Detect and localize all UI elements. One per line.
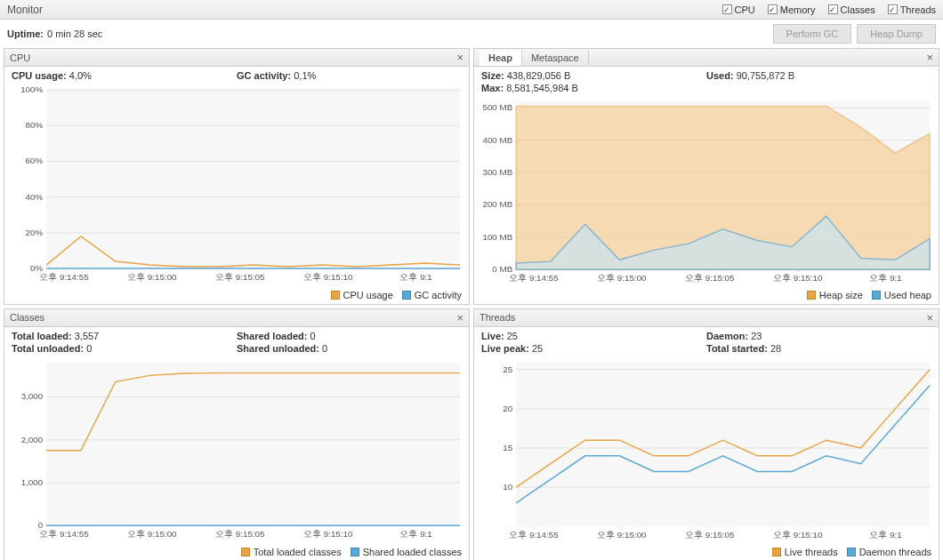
svg-text:오후 9:14:55: 오후 9:14:55 bbox=[39, 272, 89, 282]
cpu-panel-title: CPU bbox=[10, 52, 30, 63]
svg-text:40%: 40% bbox=[26, 192, 44, 202]
svg-text:오후 9:15:05: 오후 9:15:05 bbox=[215, 529, 265, 539]
svg-text:오후 9:15:10: 오후 9:15:10 bbox=[303, 272, 353, 282]
svg-text:80%: 80% bbox=[26, 120, 44, 130]
monitor-title: Monitor bbox=[7, 4, 43, 16]
swatch-blue-icon bbox=[872, 291, 881, 300]
heap-panel: Heap Metaspace × Size: 438,829,056 B Use… bbox=[473, 48, 939, 305]
svg-text:오후 9:15:10: 오후 9:15:10 bbox=[773, 530, 823, 540]
threads-panel-title: Threads bbox=[480, 312, 515, 323]
cpu-panel: CPU × CPU usage: 4,0% GC activity: 0,1% … bbox=[4, 48, 470, 305]
svg-text:100%: 100% bbox=[20, 84, 43, 94]
heap-panel-header: Heap Metaspace × bbox=[474, 49, 939, 67]
threads-chart: 10152025오후 9:14:55오후 9:15:00오후 9:15:05오후… bbox=[474, 356, 939, 545]
svg-text:20%: 20% bbox=[26, 228, 44, 237]
threads-stats: Live: 25 Daemon: 23 Live peak: 25 Total … bbox=[474, 327, 939, 356]
svg-text:300 MB: 300 MB bbox=[482, 167, 512, 177]
perform-gc-button[interactable]: Perform GC bbox=[773, 24, 852, 44]
svg-text:25: 25 bbox=[503, 364, 512, 374]
swatch-orange-icon bbox=[241, 548, 250, 556]
classes-legend: Total loaded classes Shared loaded class… bbox=[4, 545, 469, 560]
threads-panel-header: Threads × bbox=[474, 309, 939, 327]
svg-text:오후 9:15:10: 오후 9:15:10 bbox=[303, 529, 353, 539]
cpu-stats: CPU usage: 4,0% GC activity: 0,1% bbox=[4, 67, 469, 83]
heap-stats: Size: 438,829,056 B Used: 90,755,872 B M… bbox=[474, 67, 939, 95]
svg-rect-0 bbox=[46, 90, 460, 268]
check-icon: ✓ bbox=[828, 4, 838, 14]
tab-metaspace[interactable]: Metaspace bbox=[522, 51, 589, 65]
svg-text:오후 9:15:05: 오후 9:15:05 bbox=[685, 530, 735, 540]
svg-text:오후 9:1: 오후 9:1 bbox=[869, 273, 901, 283]
monitor-header: Monitor ✓CPU ✓Memory ✓Classes ✓Threads bbox=[0, 0, 943, 20]
toolbar: Uptime: 0 min 28 sec Perform GC Heap Dum… bbox=[0, 20, 943, 48]
header-checkboxes: ✓CPU ✓Memory ✓Classes ✓Threads bbox=[722, 4, 936, 15]
threads-panel: Threads × Live: 25 Daemon: 23 Live peak:… bbox=[473, 308, 939, 560]
classes-chart: 01,0002,0003,000오후 9:14:55오후 9:15:00오후 9… bbox=[4, 356, 469, 545]
check-icon: ✓ bbox=[888, 4, 898, 14]
checkbox-memory[interactable]: ✓Memory bbox=[768, 4, 816, 15]
svg-text:10: 10 bbox=[503, 482, 512, 492]
svg-text:오후 9:15:05: 오후 9:15:05 bbox=[685, 273, 735, 283]
svg-text:오후 9:1: 오후 9:1 bbox=[399, 272, 431, 282]
svg-text:오후 9:15:00: 오후 9:15:00 bbox=[597, 530, 647, 540]
check-icon: ✓ bbox=[768, 4, 778, 14]
heap-dump-button[interactable]: Heap Dump bbox=[857, 24, 936, 44]
svg-text:1,000: 1,000 bbox=[21, 477, 44, 487]
svg-text:오후 9:15:10: 오후 9:15:10 bbox=[773, 273, 823, 283]
svg-text:오후 9:15:00: 오후 9:15:00 bbox=[597, 273, 647, 283]
swatch-blue-icon bbox=[402, 291, 411, 300]
cpu-panel-header: CPU × bbox=[4, 49, 469, 67]
cpu-legend: CPU usage GC activity bbox=[4, 288, 469, 304]
close-icon[interactable]: × bbox=[456, 51, 463, 64]
svg-text:20: 20 bbox=[503, 404, 512, 413]
svg-text:400 MB: 400 MB bbox=[482, 135, 512, 145]
uptime-label: Uptime: bbox=[7, 28, 44, 39]
svg-text:60%: 60% bbox=[26, 156, 44, 165]
swatch-blue-icon bbox=[351, 548, 359, 556]
svg-text:오후 9:15:05: 오후 9:15:05 bbox=[215, 272, 265, 282]
svg-text:오후 9:15:00: 오후 9:15:00 bbox=[127, 272, 177, 282]
heap-legend: Heap size Used heap bbox=[474, 288, 939, 304]
svg-text:100 MB: 100 MB bbox=[482, 232, 512, 242]
svg-rect-48 bbox=[46, 363, 460, 525]
checkbox-threads[interactable]: ✓Threads bbox=[888, 4, 936, 15]
svg-text:500 MB: 500 MB bbox=[482, 102, 512, 112]
checkbox-classes[interactable]: ✓Classes bbox=[828, 4, 875, 15]
svg-text:오후 9:14:55: 오후 9:14:55 bbox=[509, 273, 559, 283]
close-icon[interactable]: × bbox=[456, 311, 463, 324]
swatch-blue-icon bbox=[847, 548, 856, 556]
classes-panel-title: Classes bbox=[10, 312, 44, 323]
close-icon[interactable]: × bbox=[926, 311, 933, 324]
cpu-chart: 0%20%40%60%80%100%오후 9:14:55오후 9:15:00오후… bbox=[4, 83, 469, 288]
svg-text:오후 9:1: 오후 9:1 bbox=[869, 530, 901, 540]
svg-text:오후 9:14:55: 오후 9:14:55 bbox=[509, 530, 559, 540]
classes-stats: Total loaded: 3,557 Shared loaded: 0 Tot… bbox=[4, 327, 469, 356]
svg-text:오후 9:14:55: 오후 9:14:55 bbox=[39, 529, 89, 539]
classes-panel-header: Classes × bbox=[4, 309, 469, 327]
heap-chart: 0 MB100 MB200 MB300 MB400 MB500 MB오후 9:1… bbox=[474, 95, 939, 288]
threads-legend: Live threads Daemon threads bbox=[474, 545, 939, 560]
svg-text:15: 15 bbox=[503, 443, 512, 452]
classes-panel: Classes × Total loaded: 3,557 Shared loa… bbox=[4, 308, 470, 560]
swatch-orange-icon bbox=[331, 291, 340, 300]
uptime-value: 0 min 28 sec bbox=[47, 28, 102, 39]
svg-text:오후 9:15:00: 오후 9:15:00 bbox=[127, 529, 177, 539]
svg-text:2,000: 2,000 bbox=[21, 435, 44, 444]
swatch-orange-icon bbox=[772, 548, 781, 556]
svg-text:200 MB: 200 MB bbox=[482, 199, 512, 209]
panels-grid: CPU × CPU usage: 4,0% GC activity: 0,1% … bbox=[0, 48, 943, 558]
swatch-orange-icon bbox=[807, 291, 816, 300]
close-icon[interactable]: × bbox=[926, 51, 933, 64]
checkbox-cpu[interactable]: ✓CPU bbox=[722, 4, 755, 15]
check-icon: ✓ bbox=[722, 4, 732, 14]
tab-heap[interactable]: Heap bbox=[480, 51, 522, 66]
svg-text:오후 9:1: 오후 9:1 bbox=[399, 529, 431, 539]
svg-text:3,000: 3,000 bbox=[21, 391, 44, 401]
